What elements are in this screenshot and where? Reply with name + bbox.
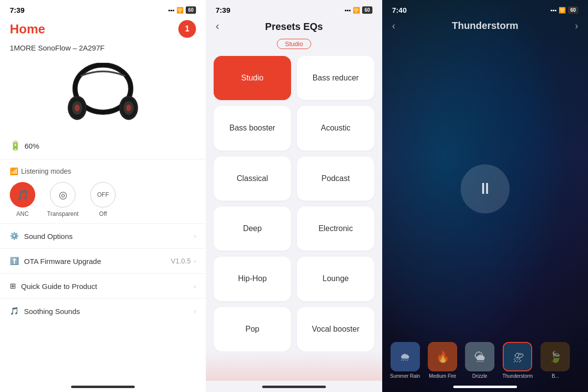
battery-indicator-home: 60 [186, 6, 196, 14]
status-icons-music: ▪▪▪ 🛜 60 [550, 6, 578, 14]
thumb-medium-fire[interactable]: 🔥 Medium Fire [428, 342, 457, 379]
preset-podcast[interactable]: Podcast [297, 157, 374, 201]
version-badge: V1.0.5 [171, 257, 191, 265]
preset-bass-booster[interactable]: Bass booster [214, 106, 291, 150]
wifi-icon: 🛜 [176, 7, 184, 14]
mode-off[interactable]: OFF Off [90, 182, 116, 217]
anc-icon: 🎵 [17, 189, 29, 201]
device-name: 1MORE SonoFlow – 2A297F [0, 44, 206, 58]
sound-thumbnails: 🌧 Summer Rain 🔥 Medium Fire 🌦 Drizzle [382, 342, 588, 384]
thumb-thunderstorm[interactable]: ⛈ Thunderstorm [502, 342, 533, 379]
eq-indicator [262, 386, 326, 388]
waves-icon: 📶 [10, 167, 18, 175]
eq-grid: Studio Bass reducer Bass booster Acousti… [206, 56, 382, 351]
chevron-icon-2: › [194, 257, 196, 265]
wifi-icon-eq: 🛜 [353, 7, 360, 14]
soothing-icon: 🎵 [10, 307, 19, 315]
preset-pop[interactable]: Pop [214, 307, 291, 351]
pause-icon: ⏸ [477, 180, 493, 198]
sound-options-item[interactable]: ⚙️ Sound Options › [0, 223, 206, 248]
svg-point-5 [74, 105, 80, 111]
battery-row: 🔋 60% [0, 136, 206, 155]
off-icon: OFF [97, 191, 109, 198]
back-button[interactable]: ‹ [214, 18, 221, 35]
thumb-label-drizzle: Drizzle [472, 373, 488, 379]
thumb-label-thunderstorm: Thunderstorm [502, 373, 533, 379]
preset-hip-hop[interactable]: Hip-Hop [214, 257, 291, 301]
transparent-label: Transparent [47, 210, 78, 217]
preset-studio[interactable]: Studio [214, 56, 291, 100]
transparent-icon: ◎ [59, 189, 67, 201]
battery-percentage: 60% [24, 142, 39, 150]
home-panel: 7:39 ▪▪▪ 🛜 60 Home 1 1MORE SonoFlow – 2A… [0, 0, 206, 392]
battery-indicator-music: 60 [568, 6, 578, 14]
preset-vocal-booster[interactable]: Vocal booster [297, 307, 374, 351]
preset-lounge[interactable]: Lounge [297, 257, 374, 301]
off-circle[interactable]: OFF [90, 182, 116, 208]
svg-text:🔥: 🔥 [436, 350, 450, 364]
home-indicator [71, 386, 135, 388]
active-preset-tag: Studio [277, 39, 312, 49]
eq-header: ‹ Presets EQs [206, 16, 382, 37]
mode-transparent[interactable]: ◎ Transparent [47, 182, 78, 217]
off-label: Off [99, 210, 107, 217]
headphone-image-container [0, 58, 206, 136]
thumb-summer-rain[interactable]: 🌧 Summer Rain [390, 342, 420, 379]
signal-icon-eq: ▪▪▪ [344, 7, 351, 14]
eq-subtitle-row: Studio [206, 39, 382, 49]
svg-text:🍃: 🍃 [549, 350, 563, 364]
listening-modes-label: 📶 Listening modes [10, 167, 196, 175]
svg-text:🌦: 🌦 [474, 351, 485, 363]
preset-classical[interactable]: Classical [214, 157, 291, 201]
ota-icon: ⬆️ [10, 257, 19, 265]
sound-options-icon: ⚙️ [10, 232, 19, 240]
mode-anc[interactable]: 🎵 ANC [10, 182, 35, 217]
ota-label: OTA Firmware Upgrade [24, 257, 101, 265]
home-header: Home 1 [0, 16, 206, 44]
thumb-img-summer-rain: 🌧 [391, 342, 420, 371]
status-time-eq: 7:39 [216, 6, 230, 14]
thumb-img-drizzle: 🌦 [465, 342, 494, 371]
guide-icon: ⊞ [10, 282, 16, 290]
preset-deep[interactable]: Deep [214, 207, 291, 251]
music-indicator [453, 386, 517, 388]
music-header: ‹ Thunderstorm › [382, 16, 588, 35]
thumb-b[interactable]: 🍃 B... [540, 342, 570, 379]
music-back-button[interactable]: ‹ [392, 20, 395, 31]
headphone-image [59, 63, 147, 131]
album-art-area[interactable]: ⏸ [382, 35, 588, 342]
preset-acoustic[interactable]: Acoustic [297, 106, 374, 150]
preset-electronic[interactable]: Electronic [297, 207, 374, 251]
transparent-circle[interactable]: ◎ [50, 182, 75, 208]
chevron-icon-3: › [194, 282, 196, 290]
notification-badge[interactable]: 1 [178, 20, 196, 38]
divider-1 [0, 159, 206, 159]
chevron-icon-4: › [194, 307, 196, 315]
quick-guide-item[interactable]: ⊞ Quick Guide to Product › [0, 273, 206, 298]
status-time-music: 7:40 [392, 6, 407, 14]
ota-firmware-item[interactable]: ⬆️ OTA Firmware Upgrade V1.0.5 › [0, 248, 206, 273]
status-time-home: 7:39 [10, 6, 24, 14]
chevron-icon: › [194, 232, 196, 240]
svg-text:🌧: 🌧 [400, 351, 411, 363]
status-bar-eq: 7:39 ▪▪▪ 🛜 60 [206, 0, 382, 16]
music-panel: 7:40 ▪▪▪ 🛜 60 ‹ Thunderstorm › ⏸ 🌧 Summe… [382, 0, 588, 392]
play-pause-button[interactable]: ⏸ [461, 164, 510, 213]
thumb-label-summer-rain: Summer Rain [390, 373, 420, 379]
soothing-sounds-item[interactable]: 🎵 Soothing Sounds › [0, 298, 206, 323]
thumb-drizzle[interactable]: 🌦 Drizzle [465, 342, 494, 379]
anc-label: ANC [16, 210, 28, 217]
bottom-gradient [206, 351, 382, 381]
preset-bass-reducer[interactable]: Bass reducer [297, 56, 374, 100]
anc-circle[interactable]: 🎵 [10, 182, 35, 208]
thumb-label-medium-fire: Medium Fire [429, 373, 456, 379]
listening-modes-section: 📶 Listening modes 🎵 ANC ◎ Transparent OF… [0, 163, 206, 223]
signal-icon: ▪▪▪ [168, 7, 174, 14]
thumb-img-thunderstorm: ⛈ [503, 342, 532, 371]
eq-title: Presets EQs [265, 21, 323, 32]
music-forward-button[interactable]: › [575, 20, 578, 31]
status-bar-home: 7:39 ▪▪▪ 🛜 60 [0, 0, 206, 16]
signal-icon-music: ▪▪▪ [550, 7, 557, 14]
wifi-icon-music: 🛜 [559, 7, 566, 14]
home-title: Home [10, 22, 45, 37]
